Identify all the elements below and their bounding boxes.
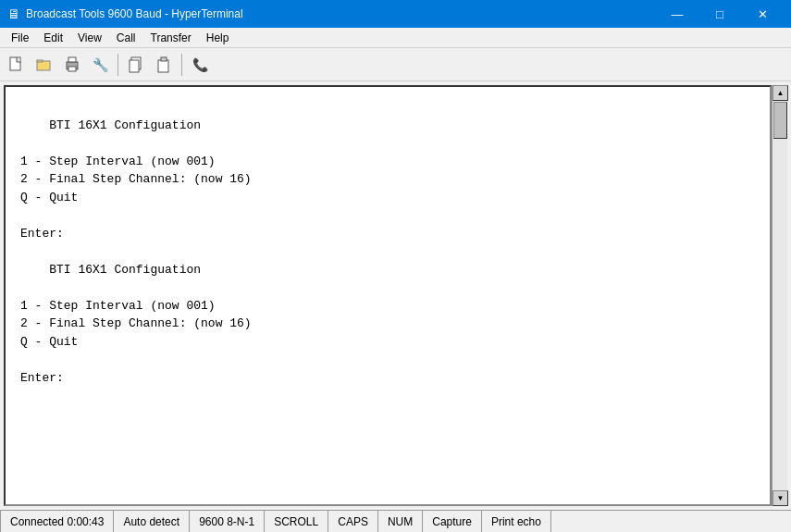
print-echo-status: Print echo [482, 511, 551, 532]
menu-file[interactable]: File [4, 30, 36, 46]
terminal-line-14: Q - Quit [20, 333, 755, 352]
menu-view[interactable]: View [70, 30, 109, 46]
app-icon: 🖥 [7, 6, 20, 21]
terminal-line-16: Enter: [20, 369, 755, 388]
title-bar-left: 🖥 Broadcast Tools 9600 Baud - HyperTermi… [7, 6, 243, 21]
print-button[interactable] [59, 52, 85, 78]
paste-button[interactable] [151, 52, 177, 78]
capture-status: Capture [423, 511, 482, 532]
scroll-down-button[interactable]: ▼ [772, 490, 788, 506]
terminal-line-11 [20, 278, 755, 297]
terminal[interactable]: BTI 16X1 Configuation1 - Step Interval (… [4, 85, 772, 506]
terminal-content: BTI 16X1 Configuation1 - Step Interval (… [20, 98, 755, 387]
new-button[interactable] [4, 52, 30, 78]
connection-status: Connected 0:00:43 [0, 511, 114, 532]
minimize-button[interactable]: — [656, 0, 698, 28]
separator-1 [117, 54, 118, 76]
menu-transfer[interactable]: Transfer [143, 30, 199, 46]
new-icon [8, 56, 25, 73]
svg-rect-2 [37, 60, 43, 62]
svg-rect-0 [10, 57, 20, 70]
terminal-line-4: 1 - Step Interval (now 001) [20, 153, 755, 171]
close-button[interactable]: ✕ [741, 0, 784, 28]
terminal-line-3 [20, 134, 755, 153]
terminal-line-9 [20, 242, 755, 261]
menu-call[interactable]: Call [109, 30, 143, 46]
scroll-status: SCROLL [265, 511, 328, 532]
terminal-line-13: 2 - Final Step Channel: (now 16) [20, 315, 755, 333]
terminal-line-8: Enter: [20, 225, 755, 243]
title-bar-controls: — □ ✕ [656, 0, 784, 28]
toolbar: 🔧 📞 [0, 48, 791, 81]
terminal-line-12: 1 - Step Interval (now 001) [20, 297, 755, 315]
main-area: BTI 16X1 Configuation1 - Step Interval (… [0, 81, 791, 510]
status-bar: Connected 0:00:43 Auto detect 9600 8-N-1… [0, 510, 791, 532]
svg-rect-5 [68, 67, 76, 71]
menu-help[interactable]: Help [199, 30, 237, 46]
terminal-line-1 [20, 98, 755, 117]
copy-icon [128, 56, 144, 73]
menu-bar: File Edit View Call Transfer Help [0, 28, 791, 48]
terminal-line-2: BTI 16X1 Configuation [20, 117, 755, 135]
paste-icon [155, 56, 172, 73]
svg-rect-8 [158, 60, 168, 72]
scrollbar: ▲ ▼ [772, 85, 787, 506]
svg-rect-7 [130, 60, 139, 72]
copy-button[interactable] [123, 52, 149, 78]
down-arrow-icon: ▼ [777, 494, 785, 502]
maximize-button[interactable]: □ [698, 0, 741, 28]
separator-2 [181, 54, 182, 76]
svg-rect-9 [161, 57, 167, 61]
up-arrow-icon: ▲ [777, 89, 785, 97]
print-icon [64, 56, 80, 73]
scrollbar-track[interactable] [772, 101, 787, 490]
dial-button[interactable]: 📞 [187, 52, 213, 78]
caps-status: CAPS [328, 511, 378, 532]
terminal-line-5: 2 - Final Step Channel: (now 16) [20, 170, 755, 189]
menu-edit[interactable]: Edit [36, 30, 70, 46]
scroll-up-button[interactable]: ▲ [772, 85, 788, 101]
num-status: NUM [378, 511, 423, 532]
window-title: Broadcast Tools 9600 Baud - HyperTermina… [26, 7, 243, 20]
open-button[interactable] [31, 52, 57, 78]
terminal-line-7 [20, 206, 755, 225]
scrollbar-thumb[interactable] [773, 102, 787, 139]
baud-rate-status: 9600 8-N-1 [190, 511, 265, 532]
title-bar: 🖥 Broadcast Tools 9600 Baud - HyperTermi… [0, 0, 791, 28]
terminal-line-10: BTI 16X1 Configuation [20, 261, 755, 279]
auto-detect-status: Auto detect [114, 511, 190, 532]
open-icon [36, 56, 53, 73]
terminal-line-6: Q - Quit [20, 189, 755, 207]
svg-rect-4 [68, 57, 76, 62]
terminal-line-15 [20, 351, 755, 369]
properties-button[interactable]: 🔧 [87, 52, 113, 78]
